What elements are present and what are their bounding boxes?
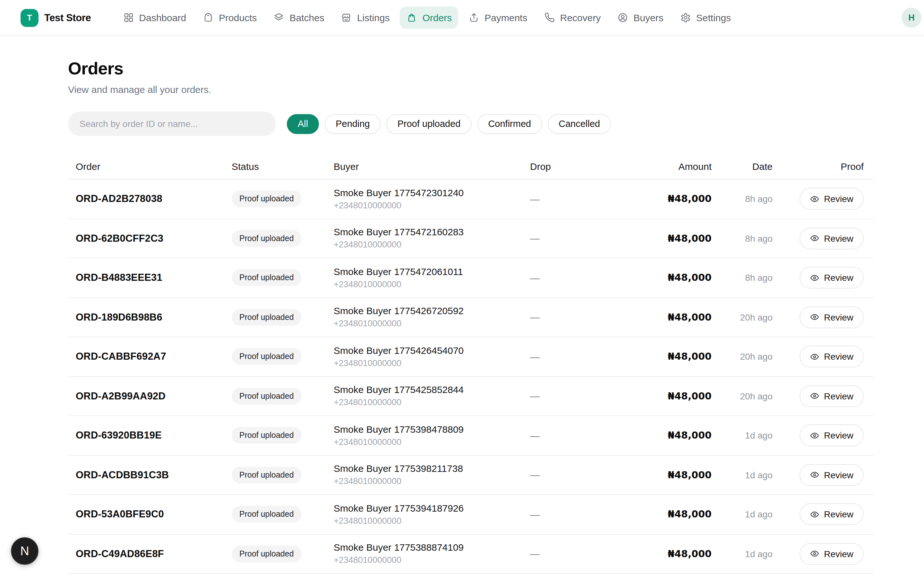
page-title: Orders — [68, 60, 873, 77]
review-button[interactable]: Review — [800, 504, 864, 525]
amount-value: ₦48,000 — [633, 548, 712, 560]
review-button[interactable]: Review — [800, 464, 864, 486]
nav-item-label: Recovery — [560, 12, 601, 23]
nav-item-label: Buyers — [633, 12, 663, 23]
date-value: 20h ago — [712, 312, 772, 322]
buyer-name: Smoke Buyer 1775426720592 — [334, 306, 530, 317]
store-logo: T — [21, 9, 39, 27]
review-button[interactable]: Review — [800, 425, 864, 446]
store-brand[interactable]: T Test Store — [21, 9, 91, 27]
nav-item-recovery[interactable]: Recovery — [538, 6, 607, 29]
amount-value: ₦48,000 — [633, 390, 712, 402]
user-avatar[interactable]: H — [901, 8, 921, 27]
review-button[interactable]: Review — [800, 346, 864, 367]
buyer-phone: +2348010000000 — [334, 201, 530, 211]
table-row: ORD-53A0BFE9C0Proof uploadedSmoke Buyer … — [68, 495, 873, 534]
drop-value: — — [530, 391, 633, 402]
review-label: Review — [824, 273, 853, 283]
filter-pill-cancelled[interactable]: Cancelled — [548, 114, 611, 134]
buyer-name: Smoke Buyer 1775472061011 — [334, 266, 530, 277]
drop-value: — — [530, 509, 633, 520]
col-date: Date — [712, 161, 772, 172]
buyer-name: Smoke Buyer 1775472160283 — [334, 227, 530, 238]
table-row: ORD-B4883EEE31Proof uploadedSmoke Buyer … — [68, 258, 873, 298]
col-proof: Proof — [772, 161, 864, 172]
page-subtitle: View and manage all your orders. — [68, 83, 873, 96]
nav-item-settings[interactable]: Settings — [674, 6, 737, 29]
nav-item-label: Products — [219, 12, 257, 23]
buyer-phone: +2348010000000 — [334, 319, 530, 329]
buyer-phone: +2348010000000 — [334, 358, 530, 369]
review-button[interactable]: Review — [800, 267, 864, 289]
eye-icon — [810, 194, 819, 204]
nav-item-dashboard[interactable]: Dashboard — [116, 6, 192, 29]
dev-tools-letter: N — [20, 544, 29, 558]
eye-icon — [810, 431, 819, 440]
nav-item-buyers[interactable]: Buyers — [611, 6, 670, 29]
nav-item-label: Settings — [696, 12, 731, 23]
storefront-icon — [341, 12, 352, 23]
date-value: 1d ago — [712, 470, 772, 480]
buyer-name: Smoke Buyer 1775472301240 — [334, 187, 530, 199]
col-drop: Drop — [530, 161, 633, 172]
col-order: Order — [76, 161, 232, 172]
nav-item-label: Batches — [290, 12, 325, 23]
search-input[interactable] — [68, 111, 276, 136]
review-button[interactable]: Review — [800, 385, 864, 407]
drop-value: — — [530, 312, 633, 323]
nav-item-payments[interactable]: Payments — [462, 6, 533, 29]
nav-item-batches[interactable]: Batches — [267, 6, 331, 29]
filter-pill-pending[interactable]: Pending — [325, 114, 381, 134]
bag-icon — [203, 12, 214, 23]
review-button[interactable]: Review — [800, 188, 864, 210]
date-value: 1d ago — [712, 430, 772, 441]
review-label: Review — [824, 351, 853, 362]
nav-item-products[interactable]: Products — [196, 6, 263, 29]
review-button[interactable]: Review — [800, 306, 864, 328]
order-id: ORD-62B0CFF2C3 — [76, 233, 232, 244]
drop-value: — — [530, 233, 633, 244]
drop-value: — — [530, 430, 633, 441]
review-label: Review — [824, 470, 853, 480]
nav-item-label: Listings — [357, 12, 390, 23]
date-value: 8h ago — [712, 234, 772, 243]
review-label: Review — [824, 194, 853, 204]
status-badge: Proof uploaded — [232, 546, 302, 562]
review-label: Review — [824, 430, 853, 441]
col-buyer: Buyer — [334, 161, 530, 172]
store-logo-letter: T — [27, 13, 32, 23]
upload-icon — [468, 12, 479, 23]
top-nav: T Test Store DashboardProductsBatchesLis… — [0, 0, 924, 36]
nav-item-listings[interactable]: Listings — [334, 6, 396, 29]
dev-tools-button[interactable]: N — [11, 537, 39, 565]
amount-value: ₦48,000 — [633, 469, 712, 481]
order-id: ORD-AD2B278038 — [76, 193, 232, 205]
orders-page: T Test Store DashboardProductsBatchesLis… — [0, 0, 924, 577]
review-button[interactable]: Review — [800, 543, 864, 565]
review-button[interactable]: Review — [800, 227, 864, 250]
buyer-name: Smoke Buyer 1775398211738 — [334, 463, 530, 475]
filter-pill-confirmed[interactable]: Confirmed — [477, 114, 542, 134]
review-label: Review — [824, 234, 853, 243]
date-value: 8h ago — [712, 273, 772, 283]
status-badge: Proof uploaded — [232, 467, 302, 484]
filter-pill-proof-uploaded[interactable]: Proof uploaded — [387, 114, 472, 134]
controls-row: AllPendingProof uploadedConfirmedCancell… — [68, 111, 873, 136]
nav-item-label: Dashboard — [139, 12, 186, 23]
gear-icon — [680, 12, 691, 23]
col-status: Status — [232, 161, 334, 172]
table-body: ORD-AD2B278038Proof uploadedSmoke Buyer … — [68, 179, 873, 574]
grid-icon — [123, 12, 134, 23]
buyer-phone: +2348010000000 — [334, 240, 530, 250]
eye-icon — [810, 352, 819, 362]
status-badge: Proof uploaded — [232, 230, 302, 247]
col-amount: Amount — [633, 161, 712, 172]
drop-value: — — [530, 470, 633, 480]
nav-item-orders[interactable]: Orders — [400, 6, 459, 29]
eye-icon — [810, 549, 819, 559]
layers-icon — [274, 12, 284, 23]
drop-value: — — [530, 272, 633, 284]
drop-value: — — [530, 548, 633, 559]
order-id: ORD-CABBF692A7 — [76, 351, 232, 363]
filter-pill-all[interactable]: All — [287, 114, 319, 134]
